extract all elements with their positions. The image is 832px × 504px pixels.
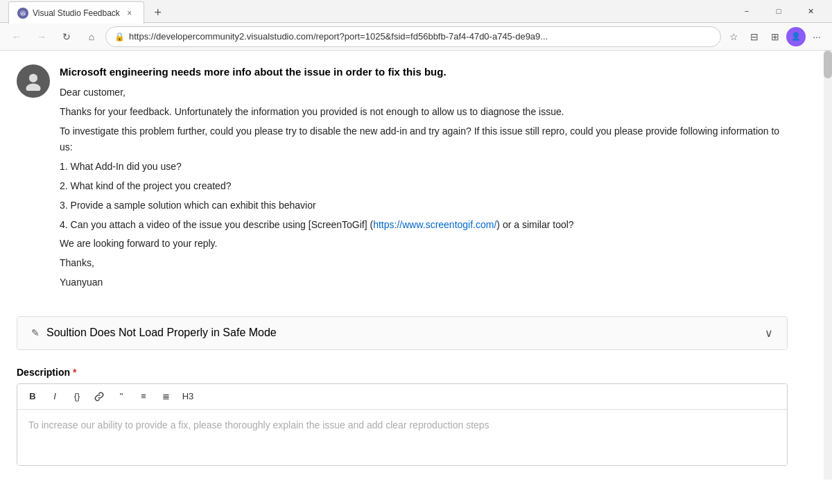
scrollbar-thumb[interactable]: [824, 51, 832, 78]
code-button[interactable]: {}: [69, 388, 85, 405]
forward-button[interactable]: →: [31, 26, 53, 48]
closing3: Yuanyuan: [60, 275, 788, 291]
section-title: Soultion Does Not Load Properly in Safe …: [46, 327, 277, 339]
refresh-button[interactable]: ↻: [55, 26, 78, 48]
browser-menu-button[interactable]: ···: [807, 27, 826, 46]
feedback-text: Dear customer, Thanks for your feedback.…: [60, 85, 788, 291]
item4-pre: 4. Can you attach a video of the issue y…: [60, 219, 373, 230]
greeting: Dear customer,: [60, 85, 788, 101]
svg-point-3: [26, 84, 41, 92]
minimize-button[interactable]: −: [731, 0, 763, 22]
avatar-image: 👤: [791, 32, 801, 41]
description-label: Description *: [17, 367, 788, 378]
lock-icon: 🔒: [114, 32, 125, 42]
paragraph1: Thanks for your feedback. Unfortunately …: [60, 104, 788, 121]
description-editor[interactable]: B I {} " ≡ ≣ H3 To increase our ability …: [17, 383, 788, 466]
chevron-down-icon: ∨: [765, 327, 773, 340]
window-chrome: VS Visual Studio Feedback × + − □ ✕: [0, 0, 832, 23]
required-star: *: [73, 367, 76, 378]
feedback-message: Microsoft engineering needs more info ab…: [17, 64, 788, 294]
heading-button[interactable]: H3: [180, 388, 196, 405]
browser-actions: ☆ ⊟ ⊞ 👤 ···: [724, 27, 826, 46]
url-bar[interactable]: 🔒 https://developercommunity2.visualstud…: [105, 26, 721, 47]
reading-list-button[interactable]: ⊟: [745, 27, 764, 46]
svg-point-2: [29, 74, 37, 82]
section-header-left: ✎ Soultion Does Not Load Properly in Saf…: [31, 327, 277, 339]
new-tab-button[interactable]: +: [147, 1, 169, 24]
unordered-list-button[interactable]: ≡: [135, 388, 152, 405]
home-button[interactable]: ⌂: [80, 26, 103, 48]
paragraph2: To investigate this problem further, cou…: [60, 123, 788, 157]
item3: 3. Provide a sample solution which can e…: [60, 198, 788, 214]
item4: 4. Can you attach a video of the issue y…: [60, 217, 788, 234]
italic-button[interactable]: I: [46, 388, 63, 405]
content-inner: Microsoft engineering needs more info ab…: [0, 51, 804, 480]
tab-bar: VS Visual Studio Feedback × +: [6, 0, 172, 24]
edit-icon: ✎: [31, 327, 40, 338]
window-controls: − □ ✕: [731, 0, 826, 22]
maximize-button[interactable]: □: [763, 0, 795, 22]
description-label-text: Description: [17, 367, 70, 378]
closing2: Thanks,: [60, 255, 788, 272]
back-button[interactable]: ←: [6, 26, 28, 48]
url-text: https://developercommunity2.visualstudio…: [129, 31, 712, 42]
profile-avatar[interactable]: 👤: [786, 27, 806, 46]
active-tab[interactable]: VS Visual Studio Feedback ×: [8, 1, 144, 24]
item2: 2. What kind of the project you created?: [60, 178, 788, 195]
extensions-button[interactable]: ⊞: [765, 27, 785, 46]
feedback-body: Microsoft engineering needs more info ab…: [60, 64, 788, 294]
collapse-section: ✎ Soultion Does Not Load Properly in Saf…: [17, 316, 788, 350]
tab-favicon: VS: [17, 8, 28, 19]
svg-text:VS: VS: [20, 11, 26, 15]
editor-placeholder[interactable]: To increase our ability to provide a fix…: [17, 410, 787, 465]
screentogif-link[interactable]: https://www.screentogif.com/: [373, 219, 496, 230]
item4-post: ) or a similar tool?: [496, 219, 573, 230]
description-section: Description * B I {} " ≡ ≣: [17, 367, 788, 466]
quote-button[interactable]: ": [113, 388, 130, 405]
feedback-title: Microsoft engineering needs more info ab…: [60, 64, 788, 79]
page-content: Microsoft engineering needs more info ab…: [0, 51, 832, 480]
tab-title: Visual Studio Feedback: [33, 8, 120, 18]
bold-button[interactable]: B: [24, 388, 41, 405]
scrollbar-track[interactable]: [824, 51, 832, 480]
tab-close-button[interactable]: ×: [124, 8, 135, 19]
item1: 1. What Add-In did you use?: [60, 159, 788, 175]
editor-toolbar: B I {} " ≡ ≣ H3: [17, 384, 787, 410]
ordered-list-button[interactable]: ≣: [157, 388, 174, 405]
engineering-avatar: [17, 64, 50, 98]
title-bar: VS Visual Studio Feedback × + − □ ✕: [0, 0, 832, 22]
window-close-button[interactable]: ✕: [795, 0, 826, 22]
address-bar: ← → ↻ ⌂ 🔒 https://developercommunity2.vi…: [0, 23, 832, 51]
link-button[interactable]: [91, 388, 107, 405]
collapse-section-header[interactable]: ✎ Soultion Does Not Load Properly in Saf…: [17, 317, 787, 349]
favorites-star-button[interactable]: ☆: [724, 27, 743, 46]
closing1: We are looking forward to your reply.: [60, 236, 788, 252]
